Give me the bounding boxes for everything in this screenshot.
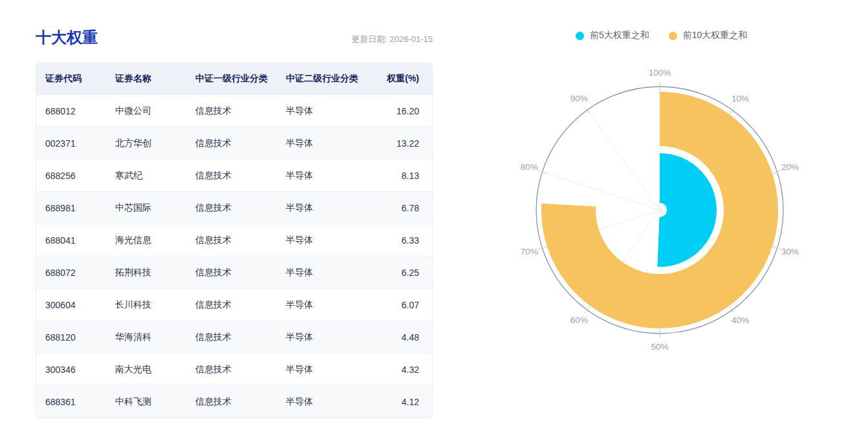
cell-code: 002371 [36, 138, 115, 149]
col-header-industry-l1: 中证一级行业分类 [195, 73, 286, 85]
chart-legend: 前5大权重之和 前10大权重之和 [576, 30, 747, 41]
cell-weight: 4.48 [380, 332, 432, 343]
table-row: 300604 长川科技 信息技术 半导体 6.07 [36, 288, 432, 321]
cell-code: 688361 [36, 397, 115, 407]
cell-weight: 4.32 [380, 364, 432, 375]
cell-industry-l1: 信息技术 [195, 202, 286, 214]
cell-name: 北方华创 [115, 138, 195, 149]
cell-code: 688012 [36, 106, 115, 116]
cell-industry-l2: 半导体 [286, 138, 380, 149]
axis-label: 80% [521, 162, 538, 172]
cell-weight: 4.12 [380, 397, 432, 407]
col-header-weight: 权重(%) [380, 73, 432, 85]
cell-industry-l1: 信息技术 [195, 364, 286, 375]
table-row: 688256 寒武纪 信息技术 半导体 8.13 [36, 159, 432, 191]
cell-industry-l2: 半导体 [286, 235, 380, 246]
top5-sum-arc[interactable] [657, 153, 717, 267]
cell-weight: 8.13 [380, 171, 432, 181]
cell-name: 中科飞测 [115, 396, 195, 408]
cell-name: 华海清科 [115, 332, 195, 343]
cell-code: 688981 [36, 203, 115, 213]
cell-industry-l2: 半导体 [286, 299, 380, 311]
cell-code: 688072 [36, 268, 115, 278]
cell-industry-l1: 信息技术 [195, 299, 286, 311]
col-header-name: 证券名称 [115, 73, 195, 85]
legend-dot-top10-icon [669, 32, 677, 40]
axis-label: 20% [781, 162, 799, 172]
cell-code: 300346 [36, 364, 115, 375]
cell-industry-l1: 信息技术 [195, 235, 286, 246]
axis-tick [585, 306, 590, 313]
cell-weight: 16.20 [380, 106, 432, 116]
cell-name: 海光信息 [115, 235, 195, 246]
cell-code: 688041 [36, 235, 115, 246]
weights-table: 证券代码 证券名称 中证一级行业分类 中证二级行业分类 权重(%) 688012… [36, 63, 433, 418]
cell-name: 长川科技 [115, 299, 195, 311]
fund-weights-page: 十大权重 更新日期: 2026-01-15 证券代码 证券名称 中证一级行业分类… [0, 0, 868, 433]
table-row: 688981 中芯国际 信息技术 半导体 6.78 [36, 191, 432, 224]
table-row: 688361 中科飞测 信息技术 半导体 4.12 [36, 385, 432, 417]
table-row: 688041 海光信息 信息技术 半导体 6.33 [36, 224, 432, 256]
cell-name: 拓荆科技 [115, 267, 195, 279]
table-row: 688120 华海清科 信息技术 半导体 4.48 [36, 321, 432, 353]
col-header-industry-l2: 中证二级行业分类 [286, 73, 380, 85]
table-row: 002371 北方华创 信息技术 半导体 13.22 [36, 127, 432, 159]
page-title: 十大权重 [36, 27, 98, 48]
cell-industry-l2: 半导体 [286, 332, 380, 343]
update-date: 更新日期: 2026-01-15 [351, 34, 433, 48]
axis-tick [585, 107, 590, 114]
axis-label: 40% [732, 315, 749, 325]
axis-label: 50% [651, 342, 668, 352]
cell-name: 中微公司 [115, 105, 195, 117]
panel-header: 十大权重 更新日期: 2026-01-15 [36, 27, 433, 48]
table-row: 300346 南大光电 信息技术 半导体 4.32 [36, 353, 432, 385]
cell-name: 中芯国际 [115, 202, 195, 214]
cell-industry-l2: 半导体 [286, 105, 380, 117]
cell-code: 688120 [36, 332, 115, 343]
table-row: 688012 中微公司 信息技术 半导体 16.20 [36, 94, 432, 127]
cell-industry-l2: 半导体 [286, 267, 380, 279]
cell-industry-l1: 信息技术 [195, 267, 286, 279]
cell-industry-l2: 半导体 [286, 396, 380, 408]
cell-industry-l2: 半导体 [286, 364, 380, 375]
table-body: 688012 中微公司 信息技术 半导体 16.20 002371 北方华创 信… [36, 94, 432, 417]
axis-label: 60% [570, 315, 588, 325]
cell-weight: 6.78 [380, 203, 432, 213]
cell-name: 寒武纪 [115, 170, 195, 182]
legend-label-top5: 前5大权重之和 [590, 30, 649, 41]
axis-spoke [542, 172, 660, 210]
legend-label-top10: 前10大权重之和 [683, 30, 748, 41]
cell-industry-l1: 信息技术 [195, 396, 286, 408]
cell-code: 688256 [36, 171, 115, 181]
radial-weight-chart: 100%10%20%30%40%50%60%70%80%90% [511, 61, 808, 359]
cell-weight: 6.07 [380, 300, 432, 310]
cell-weight: 13.22 [380, 138, 432, 149]
cell-industry-l1: 信息技术 [195, 105, 286, 117]
legend-item-top5[interactable]: 前5大权重之和 [576, 30, 649, 41]
col-header-code: 证券代码 [36, 73, 115, 85]
axis-label: 30% [781, 247, 799, 257]
cell-industry-l2: 半导体 [286, 170, 380, 182]
cell-industry-l1: 信息技术 [195, 332, 286, 343]
weights-panel: 十大权重 更新日期: 2026-01-15 证券代码 证券名称 中证一级行业分类… [36, 27, 433, 418]
table-header-row: 证券代码 证券名称 中证一级行业分类 中证二级行业分类 权重(%) [36, 63, 432, 94]
cell-name: 南大光电 [115, 364, 195, 375]
cell-weight: 6.33 [380, 235, 432, 246]
axis-tick [730, 306, 735, 313]
axis-label: 100% [649, 68, 671, 78]
axis-label: 90% [570, 94, 588, 103]
cell-industry-l1: 信息技术 [195, 170, 286, 182]
axis-label: 10% [732, 94, 749, 103]
axis-label: 70% [521, 247, 538, 257]
legend-item-top10[interactable]: 前10大权重之和 [669, 30, 748, 41]
cell-weight: 6.25 [380, 268, 432, 278]
axis-tick [730, 107, 735, 114]
legend-dot-top5-icon [576, 32, 584, 40]
cell-code: 300604 [36, 300, 115, 310]
table-row: 688072 拓荆科技 信息技术 半导体 6.25 [36, 256, 432, 288]
axis-spoke [587, 110, 660, 210]
chart-canvas: 100%10%20%30%40%50%60%70%80%90% [511, 61, 808, 359]
cell-industry-l1: 信息技术 [195, 138, 286, 149]
cell-industry-l2: 半导体 [286, 202, 380, 214]
